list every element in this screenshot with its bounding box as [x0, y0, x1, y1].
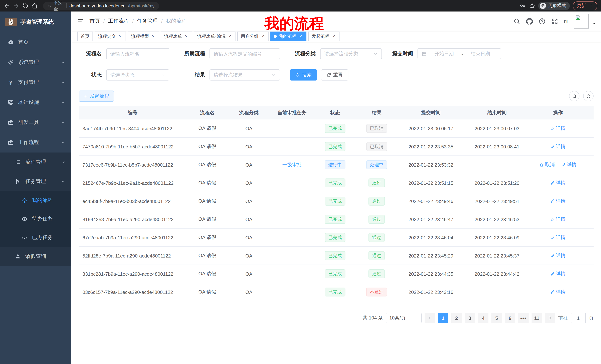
sidebar-item-task-mgmt[interactable]: 任务管理 — [0, 172, 71, 191]
sidebar-item-todo-tasks[interactable]: 待办任务 — [0, 210, 71, 228]
tab-process-form[interactable]: 流程表单 × — [161, 31, 192, 41]
detail-action[interactable]: 详情 — [550, 143, 566, 150]
tab-process-model[interactable]: 流程模型 × — [128, 31, 159, 41]
tab-close-icon[interactable]: × — [331, 34, 336, 39]
sidebar-item-done-tasks[interactable]: 已办任务 — [0, 228, 71, 247]
submit-time-range-picker[interactable]: 开始日期 - 结束日期 — [418, 48, 501, 59]
tab-close-icon[interactable]: × — [298, 34, 303, 39]
table-header-cell: 结果 — [356, 109, 397, 116]
sidebar-item-payment[interactable]: ¥ 支付管理 — [0, 72, 71, 92]
detail-action[interactable]: 详情 — [550, 252, 566, 259]
detail-action[interactable]: 详情 — [550, 234, 566, 241]
star-icon[interactable] — [529, 3, 535, 9]
process-id: 7470a810-7b9b-11ec-b5b7-acde48001122 — [79, 144, 186, 149]
page-4[interactable]: 4 — [478, 313, 489, 323]
table-row: 67c2eaab-7b9a-11ec-a290-acde48001122 OA … — [79, 229, 594, 247]
sidebar-item-my-process[interactable]: 我的流程 — [0, 191, 71, 210]
detail-action[interactable]: 详情 — [550, 198, 566, 204]
caret-down-icon[interactable] — [592, 21, 597, 26]
prev-page-button[interactable] — [425, 313, 435, 323]
refresh-table-button[interactable] — [583, 91, 594, 101]
breadcrumb-item[interactable]: 首页 — [90, 18, 100, 25]
sidebar-item-label: 首页 — [18, 39, 71, 46]
breadcrumb-item[interactable]: 我的流程 — [166, 18, 187, 25]
next-page-button[interactable] — [545, 313, 555, 323]
sidebar-item-infra[interactable]: 基础设施 — [0, 92, 71, 112]
page-size-select[interactable]: 10条/页 — [386, 313, 421, 323]
category-select[interactable]: 请选择流程分类 — [320, 48, 382, 59]
page-2[interactable]: 2 — [451, 313, 462, 323]
back-icon[interactable] — [4, 3, 10, 9]
detail-action[interactable]: 详情 — [561, 161, 576, 168]
result-badge: 通过 — [369, 215, 385, 224]
tags-view: 首页 流程定义 × 流程模型 × — [71, 31, 601, 42]
table-header-cell: 流程名 — [186, 109, 228, 116]
process-name-label: 流程名 — [79, 50, 102, 57]
process-category: OA — [228, 162, 270, 168]
avatar[interactable] — [574, 14, 589, 29]
more-vert-icon[interactable] — [589, 3, 593, 8]
process-definition-input[interactable] — [210, 48, 280, 59]
incognito-icon — [541, 4, 545, 8]
tab-process-form-edit[interactable]: 流程表单-编辑 × — [194, 31, 235, 41]
reset-button[interactable]: 重置 — [321, 69, 348, 80]
hamburger-icon[interactable] — [77, 18, 84, 25]
tab-home[interactable]: 首页 — [77, 31, 93, 41]
detail-action[interactable]: 详情 — [550, 216, 566, 223]
sidebar-item-leave-query[interactable]: 请假查询 — [0, 247, 71, 266]
fullscreen-icon[interactable] — [551, 18, 558, 25]
home-icon[interactable] — [31, 3, 38, 9]
tab-user-group[interactable]: 用户分组 × — [237, 31, 269, 41]
search-button[interactable]: 搜索 — [290, 69, 317, 80]
jump-page-input[interactable] — [571, 313, 586, 323]
sidebar-item-process-mgmt[interactable]: 流程管理 — [0, 153, 71, 172]
result-select[interactable]: 请选择流结果 — [210, 69, 280, 80]
start-process-button[interactable]: 发起流程 — [79, 91, 114, 102]
search-icon[interactable] — [513, 18, 521, 25]
sidebar-item-devtools[interactable]: 研发工具 — [0, 112, 71, 133]
breadcrumb-item[interactable]: 工作流程 — [108, 18, 129, 25]
detail-action[interactable]: 详情 — [550, 270, 566, 277]
page-3[interactable]: 3 — [465, 313, 475, 323]
github-icon[interactable] — [526, 18, 533, 25]
tree-icon — [15, 179, 21, 184]
pages-ellipsis[interactable]: ••• — [518, 313, 529, 323]
address-bar[interactable]: 不安全 dashboard.yudao.iocoder.cn/bpm/task/… — [43, 2, 159, 10]
font-size-icon[interactable]: tT — [564, 18, 568, 24]
question-icon[interactable] — [539, 18, 546, 25]
tab-close-icon[interactable]: × — [227, 34, 232, 39]
table-header-cell: 编号 — [79, 109, 186, 116]
detail-action[interactable]: 详情 — [550, 180, 566, 186]
forward-icon[interactable] — [13, 3, 19, 9]
breadcrumb-item[interactable]: 任务管理 — [137, 18, 158, 25]
detail-action[interactable]: 详情 — [550, 125, 566, 132]
sidebar-item-workflow[interactable]: 工作流程 — [0, 133, 71, 153]
page-11[interactable]: 11 — [531, 313, 542, 323]
sidebar-item-system[interactable]: 系统管理 — [0, 52, 71, 72]
chevron-down-icon — [414, 316, 418, 320]
key-icon[interactable] — [520, 3, 526, 9]
reload-icon[interactable] — [22, 3, 29, 9]
date-end-placeholder[interactable]: 结束日期 — [464, 50, 497, 57]
page-5[interactable]: 5 — [491, 313, 502, 323]
end-time: 2022-01-22 23:45:37 — [464, 253, 530, 259]
tab-close-icon[interactable]: × — [118, 34, 123, 39]
tab-close-icon[interactable]: × — [260, 34, 265, 39]
page-1[interactable]: 1 — [438, 313, 448, 323]
page-6[interactable]: 6 — [505, 313, 515, 323]
status-select[interactable]: 请选择状态 — [106, 69, 169, 80]
update-button[interactable]: 更新 — [573, 1, 597, 10]
cancel-action[interactable]: 取消 — [539, 161, 555, 168]
show-search-button[interactable] — [569, 91, 580, 101]
tab-close-icon[interactable]: × — [184, 34, 189, 39]
process-name-input[interactable] — [106, 48, 169, 59]
status-badge: 已完成 — [325, 233, 345, 242]
table-header-cell: 状态 — [314, 109, 356, 116]
tab-close-icon[interactable]: × — [151, 34, 156, 39]
current-task-link[interactable]: 一级审批 — [282, 162, 302, 167]
tab-process-definition[interactable]: 流程定义 × — [95, 31, 126, 41]
app-logo[interactable]: 芋道管理系统 — [0, 11, 71, 32]
sidebar-item-home[interactable]: 首页 — [0, 32, 71, 52]
detail-action[interactable]: 详情 — [550, 289, 566, 295]
date-start-placeholder[interactable]: 开始日期 — [428, 50, 461, 57]
